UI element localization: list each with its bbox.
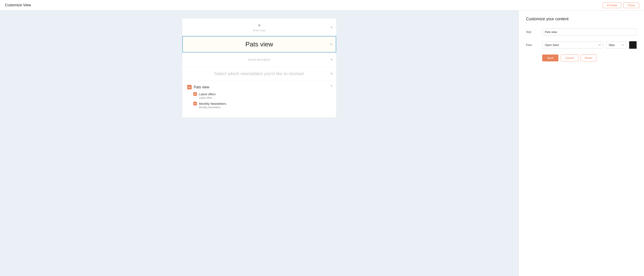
newsletter-subtitle-text: Select which newsletters you'd like to r… [214, 71, 304, 76]
cancel-button[interactable]: Cancel [561, 55, 578, 61]
page-title: Customize View [5, 3, 31, 7]
newsletter-subtitle-section: Select which newsletters you'd like to r… [182, 67, 336, 81]
checkboxes-section: ✎ Pats view [182, 81, 336, 117]
checkbox-label-0: Latest offers [199, 92, 216, 96]
brand-logo-label: Brand logo [253, 29, 266, 32]
checkbox-item-1: Monthly Newsletters Monthly Newsletters [193, 102, 331, 109]
checkbox-row-0: Latest offers [193, 92, 331, 96]
brand-desc-label: Brand description [248, 58, 270, 61]
preview-button[interactable]: Preview [603, 3, 621, 8]
preview-card: ★ Brand logo ✎ Pats view ✎ Brand descrip… [182, 19, 336, 117]
group-label-text: Pats view [194, 85, 209, 89]
size-select[interactable]: 12px 14px 16px 18px 20px 22px 24px 26px … [606, 42, 626, 49]
brand-logo-edit-icon[interactable]: ✎ [330, 25, 333, 29]
right-panel: Customize your content Text Font Open Sa… [518, 11, 644, 276]
group-checkbox[interactable] [187, 85, 192, 89]
brand-logo-section: ★ Brand logo ✎ [182, 19, 336, 36]
checkbox-item-0: Latest offers Latest offers [193, 92, 331, 99]
main-layout: ★ Brand logo ✎ Pats view ✎ Brand descrip… [0, 11, 644, 276]
font-select[interactable]: Open Sans Arial Roboto Georgia Verdana [542, 42, 603, 49]
action-buttons: Save Cancel Reset [542, 55, 637, 61]
brand-desc-edit-icon[interactable]: ✎ [330, 58, 333, 61]
brand-logo-area: ★ Brand logo [253, 23, 266, 32]
brand-description-section: Brand description ✎ [182, 53, 336, 67]
save-button[interactable]: Save [542, 55, 558, 61]
panel-title: Customize your content [526, 17, 637, 21]
newsletter-subtitle-edit-icon[interactable]: ✎ [330, 72, 333, 76]
checkbox-1[interactable] [193, 102, 197, 105]
checkbox-0[interactable] [193, 92, 197, 96]
font-form-row: Font Open Sans Arial Roboto Georgia Verd… [526, 41, 637, 49]
color-swatch[interactable] [629, 41, 637, 49]
preview-title-text: Pats view [246, 41, 273, 48]
font-controls: Open Sans Arial Roboto Georgia Verdana 1… [542, 41, 637, 49]
star-icon: ★ [257, 23, 261, 28]
checkbox-sublabel-1: Monthly Newsletters [199, 106, 331, 109]
title-edit-icon[interactable]: ✎ [330, 42, 332, 46]
title-section: Pats view ✎ [182, 36, 336, 53]
checkbox-row-1: Monthly Newsletters [193, 102, 331, 105]
group-label-row: Pats view [187, 85, 331, 89]
top-bar-actions: Preview Close [603, 3, 639, 8]
preview-pane: ★ Brand logo ✎ Pats view ✎ Brand descrip… [0, 11, 518, 276]
text-label: Text [526, 30, 538, 34]
top-bar: Customize View Preview Close [0, 0, 644, 11]
checkbox-label-1: Monthly Newsletters [199, 102, 226, 105]
checkboxes-edit-icon[interactable]: ✎ [330, 84, 333, 88]
text-input[interactable] [542, 29, 637, 36]
font-label: Font [526, 43, 538, 47]
text-form-row: Text [526, 29, 637, 36]
checkbox-sublabel-0: Latest offers [199, 96, 331, 99]
close-button[interactable]: Close [623, 3, 639, 8]
reset-button[interactable]: Reset [581, 55, 597, 61]
